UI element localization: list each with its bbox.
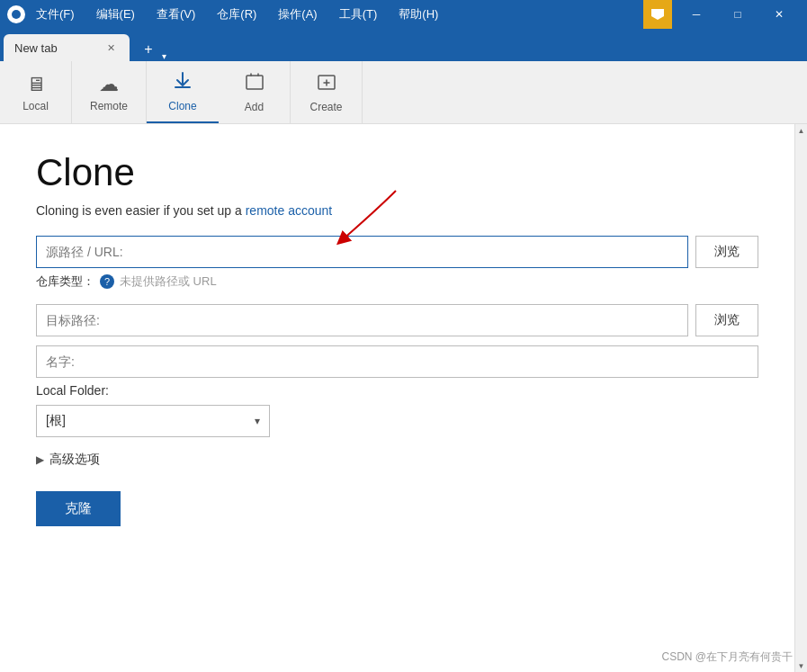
clone-button[interactable]: 克隆: [36, 491, 121, 526]
remote-account-link[interactable]: remote account: [246, 203, 333, 218]
toolbar-clone-label: Clone: [168, 100, 196, 112]
scrollbar-track[interactable]: [795, 137, 807, 659]
toolbar-add-label: Add: [245, 101, 264, 113]
menu-view[interactable]: 查看(V): [153, 4, 199, 24]
advanced-options-toggle[interactable]: ▶ 高级选项: [36, 452, 758, 468]
new-tab-button[interactable]: +: [137, 38, 160, 61]
svg-rect-1: [247, 76, 263, 89]
add-icon: [245, 72, 265, 97]
menu-tools[interactable]: 工具(T): [336, 4, 381, 24]
menu-help[interactable]: 帮助(H): [395, 4, 442, 24]
target-path-input[interactable]: [36, 304, 688, 336]
toolbar-create[interactable]: Create: [291, 61, 363, 123]
tab-close-button[interactable]: ✕: [103, 40, 119, 56]
advanced-chevron-icon: ▶: [36, 453, 44, 466]
folder-select-arrow-icon: ▾: [255, 415, 260, 427]
toolbar-remote[interactable]: ☁ Remote: [72, 61, 147, 123]
source-browse-button[interactable]: 浏览: [695, 236, 758, 268]
app-logo: [7, 5, 25, 23]
tab-label: New tab: [14, 41, 58, 55]
name-input[interactable]: [36, 345, 758, 378]
toolbar-add[interactable]: Add: [219, 61, 291, 123]
toolbar-clone[interactable]: Clone: [147, 61, 219, 123]
help-icon[interactable]: ?: [100, 274, 114, 289]
scrollbar[interactable]: ▲ ▼: [794, 124, 807, 672]
local-icon: 🖥: [26, 73, 46, 96]
tab-dropdown-button[interactable]: ▾: [162, 51, 166, 61]
source-url-container: 浏览: [36, 236, 758, 268]
main-content: Clone Cloning is even easier if you set …: [0, 124, 807, 672]
subtitle-text: Cloning is even easier if you set up a: [36, 203, 242, 218]
target-browse-button[interactable]: 浏览: [695, 304, 758, 336]
local-folder-select[interactable]: [根] ▾: [36, 405, 270, 437]
content-area: Clone Cloning is even easier if you set …: [0, 124, 794, 672]
toolbar: 🖥 Local ☁ Remote Clone Add: [0, 61, 807, 124]
close-button[interactable]: ✕: [758, 0, 800, 29]
toolbar-local-label: Local: [22, 100, 49, 112]
menu-repo[interactable]: 仓库(R): [213, 4, 260, 24]
source-url-input[interactable]: [36, 236, 688, 268]
minimize-button[interactable]: ─: [676, 0, 717, 29]
source-url-row: 浏览: [36, 236, 758, 268]
advanced-options-label: 高级选项: [49, 452, 100, 468]
flag-button[interactable]: [643, 0, 672, 29]
menu-file[interactable]: 文件(F): [32, 4, 78, 24]
folder-select-value: [根]: [46, 413, 66, 429]
remote-icon: ☁: [99, 73, 119, 96]
scrollbar-up-button[interactable]: ▲: [795, 124, 808, 137]
name-row: [36, 345, 758, 378]
toolbar-create-label: Create: [310, 101, 343, 113]
toolbar-local[interactable]: 🖥 Local: [0, 61, 72, 123]
title-bar: 文件(F) 编辑(E) 查看(V) 仓库(R) 操作(A) 工具(T) 帮助(H…: [0, 0, 807, 29]
local-folder-label: Local Folder:: [36, 383, 758, 398]
menu-action[interactable]: 操作(A): [274, 4, 320, 24]
repo-type-label: 仓库类型：: [36, 273, 94, 290]
clone-icon: [173, 71, 193, 96]
repo-type-hint: 未提供路径或 URL: [120, 273, 217, 290]
menu-bar: 文件(F) 编辑(E) 查看(V) 仓库(R) 操作(A) 工具(T) 帮助(H…: [32, 4, 643, 24]
svg-marker-0: [651, 9, 664, 20]
subtitle: Cloning is even easier if you set up a r…: [36, 203, 758, 218]
tab-bar: New tab ✕ + ▾: [0, 29, 807, 61]
menu-edit[interactable]: 编辑(E): [93, 4, 139, 24]
create-icon: [317, 72, 336, 97]
watermark: CSDN @在下月亮有何贵干: [661, 650, 793, 665]
page-title: Clone: [36, 151, 758, 194]
tab-new-tab[interactable]: New tab ✕: [4, 34, 130, 61]
target-path-row: 浏览: [36, 304, 758, 336]
toolbar-remote-label: Remote: [90, 100, 128, 112]
maximize-button[interactable]: □: [717, 0, 758, 29]
repo-type-row: 仓库类型： ? 未提供路径或 URL: [36, 273, 758, 290]
scrollbar-down-button[interactable]: ▼: [795, 659, 808, 672]
